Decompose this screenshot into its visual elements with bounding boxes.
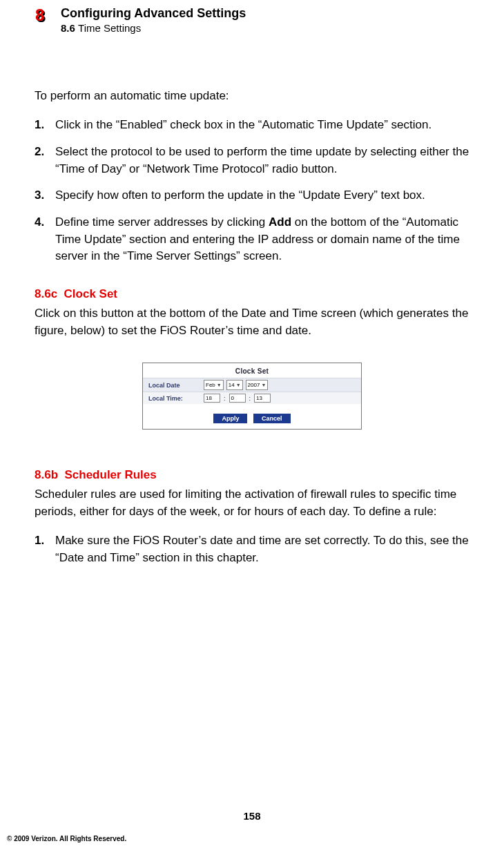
clock-set-figure: Clock Set Local Date Feb▼ 14▼ 2007▼ Loca… bbox=[142, 363, 362, 430]
step-item: 1. Click in the “Enabled” check box in t… bbox=[35, 117, 469, 134]
date-year-value: 2007 bbox=[248, 382, 260, 388]
figure-row-label-time: Local Time: bbox=[148, 395, 204, 402]
step-number: 3. bbox=[35, 187, 48, 204]
section-heading-c: 8.6c Clock Set bbox=[35, 287, 469, 301]
time-second-input[interactable]: 13 bbox=[254, 394, 271, 403]
steps-list-b: 1. Make sure the FiOS Router’s date and … bbox=[35, 532, 469, 566]
section-heading-b: 8.6b Scheduler Rules bbox=[35, 468, 469, 482]
step-text-pre: Define time server addresses by clicking bbox=[55, 215, 269, 229]
step-number: 1. bbox=[35, 532, 48, 566]
intro-text: To perform an automatic time update: bbox=[35, 88, 469, 105]
section-b-body: Scheduler rules are used for limiting th… bbox=[35, 486, 469, 520]
section-c-title: Clock Set bbox=[64, 287, 117, 300]
step-item: 1. Make sure the FiOS Router’s date and … bbox=[35, 532, 469, 566]
step-item: 4. Define time server addresses by click… bbox=[35, 214, 469, 265]
step-text-bold: Add bbox=[269, 215, 291, 229]
chapter-number-icon: 8 8 bbox=[35, 7, 51, 26]
step-item: 2. Select the protocol to be used to per… bbox=[35, 144, 469, 177]
time-minute-input[interactable]: 0 bbox=[229, 394, 246, 403]
step-text: Click in the “Enabled” check box in the … bbox=[55, 117, 432, 134]
chapter-title: Configuring Advanced Settings bbox=[61, 7, 246, 21]
copyright: © 2009 Verizon. All Rights Reserved. bbox=[7, 835, 126, 842]
svg-text:8: 8 bbox=[35, 7, 44, 24]
step-text: Specify how often to perform the update … bbox=[55, 187, 425, 204]
section-b-number: 8.6b bbox=[35, 468, 58, 481]
section-c-number: 8.6c bbox=[35, 287, 57, 300]
date-day-select[interactable]: 14▼ bbox=[226, 380, 243, 390]
step-text: Select the protocol to be used to perfor… bbox=[55, 144, 469, 177]
chevron-down-icon: ▼ bbox=[236, 383, 241, 387]
figure-row-label-date: Local Date bbox=[148, 382, 204, 389]
chevron-down-icon: ▼ bbox=[261, 383, 266, 387]
section-b-title: Scheduler Rules bbox=[64, 468, 156, 481]
date-year-select[interactable]: 2007▼ bbox=[246, 380, 269, 390]
figure-title: Clock Set bbox=[143, 363, 361, 378]
time-hour-input[interactable]: 18 bbox=[204, 394, 220, 403]
date-month-value: Feb bbox=[206, 382, 215, 388]
cancel-button[interactable]: Cancel bbox=[253, 414, 291, 423]
steps-list-a: 1. Click in the “Enabled” check box in t… bbox=[35, 117, 469, 264]
step-text: Make sure the FiOS Router’s date and tim… bbox=[55, 532, 469, 566]
section-title: Time Settings bbox=[78, 22, 141, 34]
step-number: 4. bbox=[35, 214, 48, 265]
date-day-value: 14 bbox=[229, 382, 235, 388]
page-number: 158 bbox=[0, 810, 504, 822]
date-month-select[interactable]: Feb▼ bbox=[204, 380, 224, 390]
section-subtitle: 8.6 Time Settings bbox=[61, 22, 246, 34]
step-item: 3. Specify how often to perform the upda… bbox=[35, 187, 469, 204]
section-c-body: Click on this button at the bottom of th… bbox=[35, 305, 469, 339]
step-text: Define time server addresses by clicking… bbox=[55, 214, 469, 265]
step-number: 1. bbox=[35, 117, 48, 134]
section-number: 8.6 bbox=[61, 22, 75, 34]
chevron-down-icon: ▼ bbox=[217, 383, 222, 387]
page-header: 8 8 Configuring Advanced Settings 8.6 Ti… bbox=[35, 7, 469, 34]
step-number: 2. bbox=[35, 144, 48, 177]
apply-button[interactable]: Apply bbox=[213, 414, 247, 423]
